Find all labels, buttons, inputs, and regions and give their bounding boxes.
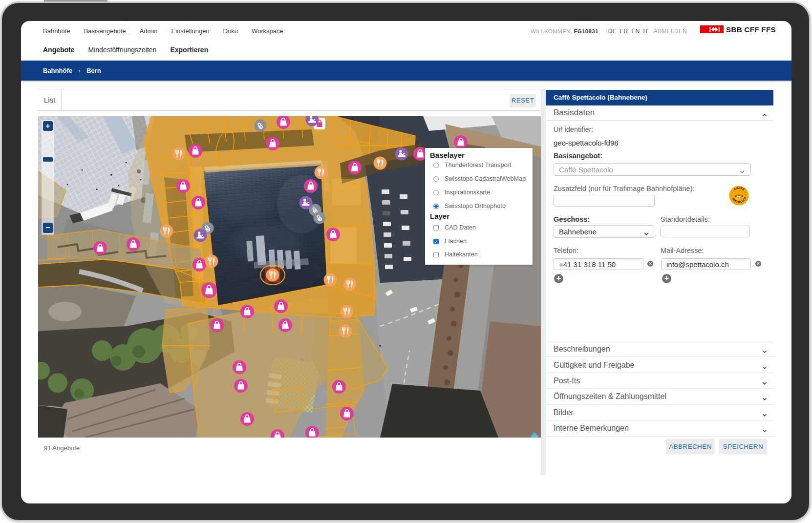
svg-text:SBB CFF FFS: SBB CFF FFS (726, 25, 776, 34)
